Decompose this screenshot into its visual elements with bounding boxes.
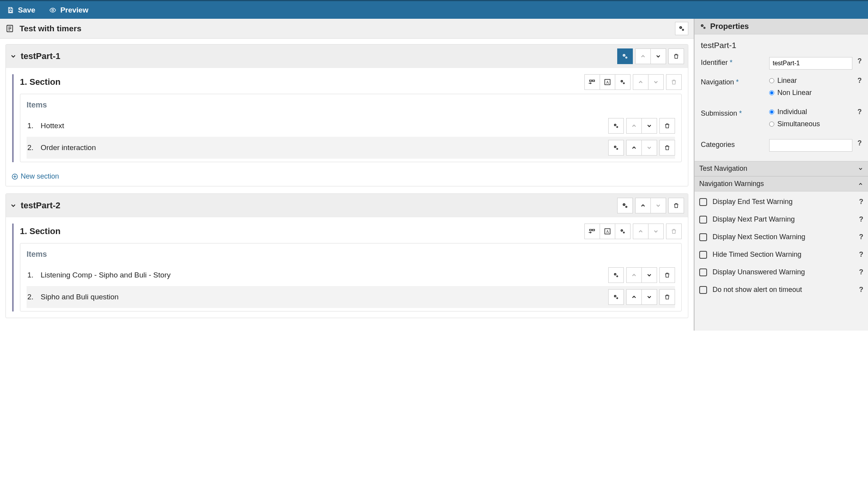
text-button[interactable]: A bbox=[600, 224, 615, 239]
properties-panel: Properties testPart-1 Identifier * ? Nav… bbox=[694, 19, 868, 331]
sub-simultaneous-option[interactable]: Simultaneous bbox=[769, 120, 852, 128]
checkbox[interactable] bbox=[699, 251, 707, 259]
nav-linear-option[interactable]: Linear bbox=[769, 77, 852, 85]
delete-button[interactable] bbox=[666, 74, 682, 90]
svg-point-60 bbox=[704, 27, 705, 28]
move-up-button[interactable] bbox=[633, 74, 648, 90]
move-down-button[interactable] bbox=[641, 267, 657, 283]
help-icon[interactable]: ? bbox=[852, 108, 862, 116]
move-up-button[interactable] bbox=[626, 289, 642, 305]
move-down-button[interactable] bbox=[648, 74, 664, 90]
checkbox[interactable] bbox=[699, 268, 707, 276]
help-icon[interactable]: ? bbox=[854, 268, 863, 276]
sub-individual-option[interactable]: Individual bbox=[769, 108, 852, 116]
properties-object-title: testPart-1 bbox=[701, 41, 862, 50]
checkbox[interactable] bbox=[699, 286, 707, 294]
checkbox[interactable] bbox=[699, 216, 707, 224]
help-icon[interactable]: ? bbox=[854, 215, 863, 224]
svg-point-59 bbox=[702, 25, 703, 26]
new-section-link[interactable]: New section bbox=[6, 168, 688, 186]
item-label[interactable]: Hottext bbox=[41, 122, 64, 130]
help-icon[interactable]: ? bbox=[854, 233, 863, 241]
item-label[interactable]: Listening Comp - Sipho and Buli - Story bbox=[41, 271, 171, 279]
warning-option: Display Unanswered Warning ? bbox=[699, 263, 863, 281]
categories-label: Categories bbox=[701, 141, 735, 149]
delete-button[interactable] bbox=[668, 198, 684, 213]
move-up-button[interactable] bbox=[626, 118, 642, 134]
section-navigation-warnings[interactable]: Navigation Warnings bbox=[695, 176, 868, 191]
section-title: 1. Section bbox=[20, 226, 61, 236]
move-down-button[interactable] bbox=[650, 198, 666, 213]
chevron-up-icon bbox=[640, 202, 646, 209]
add-rubric-button[interactable] bbox=[584, 224, 600, 239]
save-button[interactable]: Save bbox=[7, 6, 35, 14]
chevron-down-icon[interactable] bbox=[10, 53, 17, 60]
item-properties-button[interactable] bbox=[608, 140, 624, 156]
move-up-button[interactable] bbox=[626, 267, 642, 283]
section-properties-button[interactable] bbox=[615, 74, 630, 90]
item-properties-button[interactable] bbox=[608, 118, 624, 134]
item-properties-button[interactable] bbox=[608, 267, 624, 283]
item-actions bbox=[608, 140, 675, 156]
chevron-down-icon bbox=[646, 123, 652, 129]
delete-button[interactable] bbox=[666, 224, 682, 239]
chevron-up-icon bbox=[631, 145, 637, 151]
checkbox[interactable] bbox=[699, 198, 707, 206]
svg-point-23 bbox=[623, 83, 624, 83]
svg-point-31 bbox=[617, 149, 617, 149]
item-properties-button[interactable] bbox=[608, 289, 624, 305]
delete-button[interactable] bbox=[659, 118, 675, 134]
move-up-button[interactable] bbox=[626, 140, 642, 156]
delete-button[interactable] bbox=[659, 267, 675, 283]
chevron-down-icon bbox=[655, 53, 661, 59]
trash-icon bbox=[664, 272, 670, 278]
warning-label: Display Next Part Warning bbox=[713, 215, 795, 224]
warning-option: Hide Timed Section Warning ? bbox=[699, 246, 863, 263]
text-button[interactable]: A bbox=[600, 74, 615, 90]
test-part: testPart-1 bbox=[5, 44, 688, 186]
help-icon[interactable]: ? bbox=[852, 57, 862, 65]
move-up-button[interactable] bbox=[633, 224, 648, 239]
help-icon[interactable]: ? bbox=[852, 139, 862, 147]
part-title: testPart-1 bbox=[21, 51, 60, 61]
preview-button[interactable]: Preview bbox=[49, 6, 88, 14]
test-settings-button[interactable] bbox=[675, 22, 688, 35]
move-up-button[interactable] bbox=[635, 198, 651, 213]
help-icon[interactable]: ? bbox=[852, 77, 862, 85]
trash-icon bbox=[664, 294, 670, 300]
help-icon[interactable]: ? bbox=[854, 250, 863, 259]
section-properties-button[interactable] bbox=[615, 224, 630, 239]
help-icon[interactable]: ? bbox=[854, 198, 863, 206]
svg-point-8 bbox=[680, 27, 681, 28]
move-down-button[interactable] bbox=[641, 118, 657, 134]
move-down-button[interactable] bbox=[641, 289, 657, 305]
part-properties-button[interactable] bbox=[617, 48, 633, 64]
move-down-button[interactable] bbox=[648, 224, 664, 239]
chevron-down-icon bbox=[653, 79, 659, 85]
categories-input[interactable] bbox=[769, 139, 852, 152]
add-rubric-button[interactable] bbox=[584, 74, 600, 90]
navigation-warnings-list: Display End Test Warning ? Display Next … bbox=[695, 191, 868, 300]
svg-point-48 bbox=[623, 232, 624, 233]
move-up-button[interactable] bbox=[635, 48, 651, 64]
checkbox[interactable] bbox=[699, 233, 707, 241]
svg-rect-0 bbox=[9, 10, 12, 12]
plus-circle-icon bbox=[11, 173, 18, 180]
nav-nonlinear-option[interactable]: Non Linear bbox=[769, 89, 852, 97]
move-down-button[interactable] bbox=[650, 48, 666, 64]
trash-icon bbox=[671, 79, 677, 85]
identifier-input[interactable] bbox=[769, 57, 852, 70]
help-icon[interactable]: ? bbox=[854, 286, 863, 294]
chevron-down-icon[interactable] bbox=[10, 202, 17, 209]
item-label[interactable]: Order interaction bbox=[41, 143, 96, 152]
part-properties-button[interactable] bbox=[617, 198, 633, 213]
delete-button[interactable] bbox=[659, 140, 675, 156]
delete-button[interactable] bbox=[668, 48, 684, 64]
item-label[interactable]: Sipho and Buli question bbox=[41, 293, 119, 301]
delete-button[interactable] bbox=[659, 289, 675, 305]
svg-point-51 bbox=[615, 274, 616, 275]
section-test-navigation[interactable]: Test Navigation bbox=[695, 161, 868, 176]
items-heading: Items bbox=[27, 100, 675, 109]
move-down-button[interactable] bbox=[641, 140, 657, 156]
item-row: 1. Listening Comp - Sipho and Buli - Sto… bbox=[27, 264, 675, 286]
